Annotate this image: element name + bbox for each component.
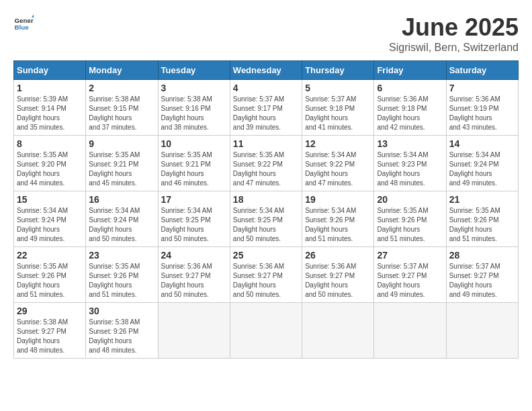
table-row: 26Sunrise: 5:36 AMSunset: 9:27 PMDayligh… [302, 247, 374, 303]
header-tuesday: Tuesday [158, 61, 230, 80]
day-info: Sunrise: 5:34 AMSunset: 9:24 PMDaylight … [449, 150, 515, 188]
table-row: 29Sunrise: 5:38 AMSunset: 9:27 PMDayligh… [14, 303, 86, 359]
table-row: 5Sunrise: 5:37 AMSunset: 9:18 PMDaylight… [302, 80, 374, 136]
day-number: 13 [377, 138, 443, 149]
day-info: Sunrise: 5:39 AMSunset: 9:14 PMDaylight … [17, 95, 83, 132]
day-info: Sunrise: 5:36 AMSunset: 9:27 PMDaylight … [161, 262, 227, 300]
month-title: June 2025 [389, 13, 519, 42]
day-info: Sunrise: 5:37 AMSunset: 9:17 PMDaylight … [233, 95, 299, 132]
day-number: 16 [89, 194, 154, 205]
table-row: 28Sunrise: 5:37 AMSunset: 9:27 PMDayligh… [446, 247, 518, 303]
day-number: 3 [161, 83, 227, 93]
table-row [158, 303, 230, 359]
header-monday: Monday [86, 61, 158, 80]
day-number: 30 [89, 306, 154, 316]
table-row: 18Sunrise: 5:34 AMSunset: 9:25 PMDayligh… [230, 191, 302, 247]
table-row: 4Sunrise: 5:37 AMSunset: 9:17 PMDaylight… [230, 80, 302, 136]
table-row: 10Sunrise: 5:35 AMSunset: 9:21 PMDayligh… [158, 136, 230, 191]
day-number: 15 [17, 194, 83, 205]
table-row: 1Sunrise: 5:39 AMSunset: 9:14 PMDaylight… [14, 80, 86, 136]
day-info: Sunrise: 5:34 AMSunset: 9:24 PMDaylight … [17, 206, 83, 244]
day-info: Sunrise: 5:36 AMSunset: 9:19 PMDaylight … [449, 95, 515, 132]
day-info: Sunrise: 5:38 AMSunset: 9:16 PMDaylight … [161, 95, 227, 132]
day-number: 14 [449, 138, 515, 149]
svg-text:General: General [15, 17, 34, 24]
day-info: Sunrise: 5:38 AMSunset: 9:27 PMDaylight … [17, 318, 83, 355]
calendar-week-row: 29Sunrise: 5:38 AMSunset: 9:27 PMDayligh… [14, 303, 519, 359]
day-info: Sunrise: 5:35 AMSunset: 9:26 PMDaylight … [17, 262, 83, 300]
day-number: 18 [233, 194, 299, 205]
day-number: 25 [233, 250, 299, 261]
day-number: 5 [305, 83, 371, 93]
day-number: 4 [233, 83, 299, 93]
table-row [230, 303, 302, 359]
day-info: Sunrise: 5:36 AMSunset: 9:18 PMDaylight … [377, 95, 443, 132]
header-thursday: Thursday [302, 61, 374, 80]
day-info: Sunrise: 5:35 AMSunset: 9:20 PMDaylight … [17, 150, 83, 188]
day-info: Sunrise: 5:35 AMSunset: 9:21 PMDaylight … [161, 150, 227, 188]
day-info: Sunrise: 5:37 AMSunset: 9:27 PMDaylight … [377, 262, 443, 300]
day-number: 24 [161, 250, 227, 261]
table-row: 12Sunrise: 5:34 AMSunset: 9:22 PMDayligh… [302, 136, 374, 191]
page-header: General Blue June 2025 Sigriswil, Bern, … [13, 13, 519, 54]
day-number: 28 [449, 250, 515, 261]
header-friday: Friday [374, 61, 446, 80]
table-row: 8Sunrise: 5:35 AMSunset: 9:20 PMDaylight… [14, 136, 86, 191]
day-info: Sunrise: 5:34 AMSunset: 9:25 PMDaylight … [233, 206, 299, 244]
day-info: Sunrise: 5:34 AMSunset: 9:25 PMDaylight … [161, 206, 227, 244]
calendar-table: Sunday Monday Tuesday Wednesday Thursday… [13, 60, 519, 359]
calendar-week-row: 1Sunrise: 5:39 AMSunset: 9:14 PMDaylight… [14, 80, 519, 136]
day-number: 8 [17, 138, 83, 149]
table-row: 21Sunrise: 5:35 AMSunset: 9:26 PMDayligh… [446, 191, 518, 247]
table-row: 3Sunrise: 5:38 AMSunset: 9:16 PMDaylight… [158, 80, 230, 136]
day-info: Sunrise: 5:34 AMSunset: 9:22 PMDaylight … [305, 150, 371, 188]
day-number: 27 [377, 250, 443, 261]
table-row: 19Sunrise: 5:34 AMSunset: 9:26 PMDayligh… [302, 191, 374, 247]
calendar-week-row: 15Sunrise: 5:34 AMSunset: 9:24 PMDayligh… [14, 191, 519, 247]
table-row: 30Sunrise: 5:38 AMSunset: 9:26 PMDayligh… [86, 303, 158, 359]
day-number: 7 [449, 83, 515, 93]
location-title: Sigriswil, Bern, Switzerland [389, 42, 519, 54]
day-number: 22 [17, 250, 83, 261]
header-sunday: Sunday [14, 61, 86, 80]
table-row [446, 303, 518, 359]
day-number: 20 [377, 194, 443, 205]
table-row: 13Sunrise: 5:34 AMSunset: 9:23 PMDayligh… [374, 136, 446, 191]
day-info: Sunrise: 5:34 AMSunset: 9:26 PMDaylight … [305, 206, 371, 244]
table-row: 2Sunrise: 5:38 AMSunset: 9:15 PMDaylight… [86, 80, 158, 136]
day-info: Sunrise: 5:37 AMSunset: 9:18 PMDaylight … [305, 95, 371, 132]
table-row: 6Sunrise: 5:36 AMSunset: 9:18 PMDaylight… [374, 80, 446, 136]
day-info: Sunrise: 5:35 AMSunset: 9:22 PMDaylight … [233, 150, 299, 188]
day-number: 9 [89, 138, 154, 149]
table-row: 11Sunrise: 5:35 AMSunset: 9:22 PMDayligh… [230, 136, 302, 191]
logo: General Blue [13, 13, 34, 34]
logo-icon: General Blue [13, 13, 34, 34]
day-number: 17 [161, 194, 227, 205]
title-area: June 2025 Sigriswil, Bern, Switzerland [389, 13, 519, 54]
day-number: 6 [377, 83, 443, 93]
day-info: Sunrise: 5:35 AMSunset: 9:26 PMDaylight … [449, 206, 515, 244]
svg-marker-2 [32, 15, 34, 18]
day-number: 2 [89, 83, 154, 93]
calendar-week-row: 22Sunrise: 5:35 AMSunset: 9:26 PMDayligh… [14, 247, 519, 303]
day-number: 23 [89, 250, 154, 261]
table-row: 17Sunrise: 5:34 AMSunset: 9:25 PMDayligh… [158, 191, 230, 247]
day-number: 11 [233, 138, 299, 149]
day-info: Sunrise: 5:34 AMSunset: 9:24 PMDaylight … [89, 206, 154, 244]
svg-text:Blue: Blue [15, 24, 30, 31]
table-row: 16Sunrise: 5:34 AMSunset: 9:24 PMDayligh… [86, 191, 158, 247]
day-info: Sunrise: 5:38 AMSunset: 9:26 PMDaylight … [89, 318, 154, 355]
table-row: 23Sunrise: 5:35 AMSunset: 9:26 PMDayligh… [86, 247, 158, 303]
day-info: Sunrise: 5:34 AMSunset: 9:23 PMDaylight … [377, 150, 443, 188]
header-saturday: Saturday [446, 61, 518, 80]
table-row: 14Sunrise: 5:34 AMSunset: 9:24 PMDayligh… [446, 136, 518, 191]
day-number: 26 [305, 250, 371, 261]
day-number: 19 [305, 194, 371, 205]
table-row: 20Sunrise: 5:35 AMSunset: 9:26 PMDayligh… [374, 191, 446, 247]
day-number: 29 [17, 306, 83, 316]
table-row: 15Sunrise: 5:34 AMSunset: 9:24 PMDayligh… [14, 191, 86, 247]
day-info: Sunrise: 5:37 AMSunset: 9:27 PMDaylight … [449, 262, 515, 300]
day-info: Sunrise: 5:35 AMSunset: 9:21 PMDaylight … [89, 150, 154, 188]
day-info: Sunrise: 5:35 AMSunset: 9:26 PMDaylight … [377, 206, 443, 244]
table-row: 7Sunrise: 5:36 AMSunset: 9:19 PMDaylight… [446, 80, 518, 136]
